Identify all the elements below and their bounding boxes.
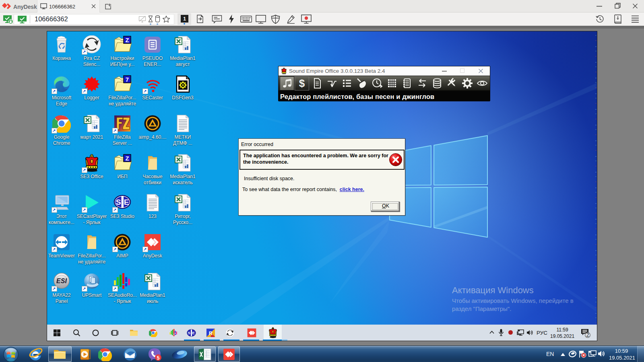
svg-text:S: S	[116, 198, 121, 206]
svg-text:Z: Z	[125, 37, 129, 43]
svg-text:Z: Z	[125, 155, 129, 162]
svg-text:ESI: ESI	[56, 278, 67, 284]
svg-text:S: S	[188, 331, 190, 335]
svg-text:7: 7	[126, 76, 129, 83]
svg-text:5: 5	[157, 355, 160, 361]
svg-text:2: 2	[586, 332, 589, 338]
svg-text:E: E	[192, 331, 195, 335]
svg-text:$: $	[299, 77, 305, 89]
svg-text:R: R	[209, 330, 213, 336]
svg-text:E: E	[124, 198, 129, 206]
